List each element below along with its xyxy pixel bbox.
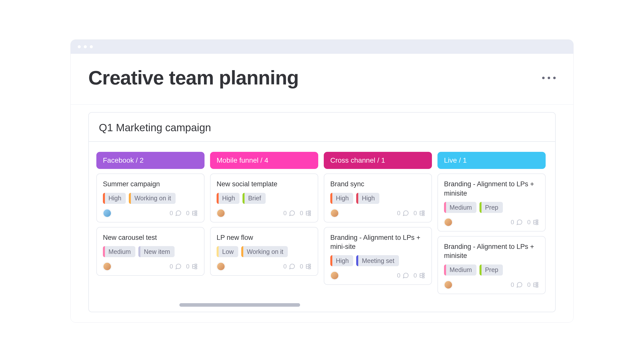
status-badge[interactable]: Medium — [444, 264, 476, 276]
avatar[interactable] — [444, 281, 453, 289]
avatar[interactable] — [103, 262, 111, 271]
column-name: Mobile funnel — [217, 156, 259, 164]
svg-rect-18 — [536, 220, 538, 221]
svg-rect-21 — [536, 282, 538, 283]
comments-count[interactable]: 0 — [397, 210, 409, 217]
subitems-count[interactable]: 0 — [414, 210, 425, 217]
status-label: Medium — [105, 248, 135, 255]
svg-rect-1 — [195, 212, 197, 213]
avatar[interactable] — [330, 271, 339, 280]
comments-count[interactable]: 0 — [397, 272, 409, 279]
status-badge[interactable]: Medium — [444, 202, 476, 213]
subitems-count[interactable]: 0 — [300, 210, 312, 217]
status-badge[interactable]: Low — [217, 246, 238, 257]
kanban-card[interactable]: Branding - Alignment to LPs + minisiteMe… — [437, 236, 546, 294]
comments-count[interactable]: 0 — [511, 219, 522, 226]
horizontal-scroll-thumb[interactable] — [179, 303, 300, 307]
card-counts: 00 — [283, 263, 312, 270]
status-badge[interactable]: High — [330, 255, 353, 266]
status-badge[interactable]: High — [103, 193, 126, 204]
status-label: Meeting set — [358, 257, 399, 264]
status-stripe — [217, 193, 219, 204]
card-tags: HighHigh — [330, 193, 425, 204]
svg-rect-9 — [308, 264, 311, 265]
column-header[interactable]: Facebook / 2 — [96, 152, 205, 169]
kanban-card[interactable]: LP new flowLowWorking on it00 — [210, 227, 318, 276]
comments-count[interactable]: 0 — [283, 210, 295, 217]
status-stripe — [129, 193, 131, 204]
subitems-count[interactable]: 0 — [300, 263, 312, 270]
window-control-close[interactable] — [78, 45, 81, 48]
status-label: Working on it — [243, 248, 288, 255]
kanban-card[interactable]: Branding - Alignment to LPs + minisiteMe… — [437, 173, 546, 232]
svg-rect-23 — [536, 286, 538, 287]
subitems-number: 0 — [186, 210, 189, 217]
horizontal-scroll-track[interactable] — [96, 303, 548, 307]
kanban-card[interactable]: Summer campaignHighWorking on it00 — [96, 173, 205, 222]
card-tags: HighMeeting set — [330, 255, 425, 266]
status-stripe — [444, 264, 446, 276]
kanban-card[interactable]: New carousel testMediumNew item00 — [96, 227, 205, 276]
subitems-count[interactable]: 0 — [527, 281, 539, 288]
avatar[interactable] — [444, 218, 453, 227]
avatar[interactable] — [217, 209, 225, 217]
card-tags: MediumPrep — [444, 264, 539, 276]
status-badge[interactable]: High — [356, 193, 379, 204]
comments-count[interactable]: 0 — [511, 281, 522, 288]
more-options-button[interactable] — [542, 77, 556, 79]
kanban-card[interactable]: New social templateHighBrief00 — [210, 173, 318, 222]
app-window: Creative team planning Q1 Marketing camp… — [70, 39, 574, 323]
svg-rect-17 — [422, 277, 424, 278]
subitems-number: 0 — [300, 210, 303, 217]
comments-number: 0 — [511, 281, 514, 288]
avatar[interactable] — [103, 209, 111, 217]
svg-rect-8 — [308, 214, 311, 215]
status-badge[interactable]: Meeting set — [356, 255, 399, 266]
column-header[interactable]: Live / 1 — [437, 152, 546, 169]
status-label: High — [332, 257, 353, 264]
comments-count[interactable]: 0 — [170, 263, 181, 270]
card-counts: 00 — [511, 219, 539, 226]
comments-count[interactable]: 0 — [283, 263, 295, 270]
subitems-count[interactable]: 0 — [414, 272, 425, 279]
kanban-card[interactable]: Branding - Alignment to LPs + mini-siteH… — [324, 227, 432, 285]
window-titlebar — [71, 40, 573, 54]
status-badge[interactable]: Working on it — [129, 193, 175, 204]
window-control-maximize[interactable] — [90, 45, 93, 48]
avatar[interactable] — [330, 209, 339, 217]
subitems-icon — [419, 272, 425, 279]
column-count: 2 — [140, 156, 144, 164]
status-badge[interactable]: Prep — [479, 264, 503, 276]
subitems-count[interactable]: 0 — [186, 263, 198, 270]
subitems-number: 0 — [186, 263, 189, 270]
column-header[interactable]: Cross channel / 1 — [324, 152, 432, 169]
subitems-number: 0 — [414, 272, 417, 279]
comments-count[interactable]: 0 — [170, 210, 181, 217]
comments-number: 0 — [170, 210, 173, 217]
status-badge[interactable]: High — [217, 193, 239, 204]
subitems-count[interactable]: 0 — [527, 219, 539, 226]
status-label: Prep — [481, 266, 503, 274]
status-badge[interactable]: New item — [138, 246, 175, 257]
status-badge[interactable]: Medium — [103, 246, 135, 257]
column-header[interactable]: Mobile funnel / 4 — [210, 152, 318, 169]
avatar[interactable] — [217, 262, 225, 271]
card-counts: 00 — [397, 272, 425, 279]
svg-rect-7 — [308, 212, 311, 213]
status-badge[interactable]: Brief — [243, 193, 265, 204]
comments-number: 0 — [283, 210, 287, 217]
status-badge[interactable]: Working on it — [241, 246, 288, 257]
kanban-card[interactable]: Brand syncHighHigh00 — [324, 173, 432, 222]
subitems-icon — [533, 219, 539, 225]
status-badge[interactable]: Prep — [479, 202, 503, 213]
card-counts: 00 — [283, 210, 312, 217]
subitems-icon — [305, 263, 312, 270]
status-badge[interactable]: High — [330, 193, 353, 204]
status-label: Medium — [446, 266, 476, 274]
svg-rect-10 — [308, 266, 311, 267]
kanban-board: Q1 Marketing campaign Facebook / 2Summer… — [88, 112, 556, 312]
subitems-count[interactable]: 0 — [186, 210, 198, 217]
status-stripe — [479, 202, 481, 213]
column-name: Facebook — [103, 156, 134, 164]
window-control-minimize[interactable] — [84, 45, 87, 48]
